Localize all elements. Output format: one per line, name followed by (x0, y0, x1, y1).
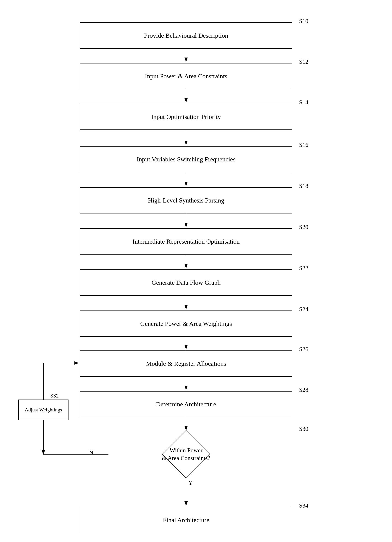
step-s24-label: Generate Power & Area Weightings (140, 320, 232, 327)
step-s28-id: S28 (299, 386, 308, 393)
step-s24: Generate Power & Area Weightings (80, 310, 292, 337)
step-s10: Provide Behavioural Description (80, 22, 292, 49)
step-s12: Input Power & Area Constraints (80, 63, 292, 89)
y-label: Y (188, 479, 193, 486)
step-s20-label: Intermediate Representation Optimisation (132, 238, 240, 245)
step-s14-id: S14 (299, 99, 308, 106)
step-s18-label: High-Level Synthesis Parsing (148, 197, 224, 204)
step-s12-id: S12 (299, 59, 308, 65)
step-s20-id: S20 (299, 224, 308, 231)
step-s22-label: Generate Data Flow Graph (152, 279, 221, 286)
diamond-s30: Within Power& Area Constraints? (109, 430, 264, 478)
step-s26: Module & Register Allocations (80, 350, 292, 377)
flowchart: Provide Behavioural Description S10 Inpu… (0, 0, 392, 542)
step-s18: High-Level Synthesis Parsing (80, 187, 292, 213)
step-s32-id: S32 (50, 393, 59, 399)
step-s26-label: Module & Register Allocations (146, 360, 226, 367)
step-s12-label: Input Power & Area Constraints (145, 73, 227, 80)
step-s10-id: S10 (299, 18, 308, 25)
diamond-s30-label: Within Power& Area Constraints? (152, 447, 220, 462)
step-s16-label: Input Variables Switching Frequencies (137, 156, 236, 163)
step-s34-label: Final Architecture (163, 516, 209, 524)
step-s18-id: S18 (299, 183, 308, 190)
step-s34: Final Architecture (80, 507, 292, 533)
step-s30-id: S30 (299, 426, 308, 432)
step-s20: Intermediate Representation Optimisation (80, 228, 292, 255)
step-s32: Adjust Weightings (18, 400, 69, 420)
step-s26-id: S26 (299, 346, 308, 353)
step-s32-label: Adjust Weightings (25, 407, 62, 413)
step-s16-id: S16 (299, 141, 308, 148)
step-s24-id: S24 (299, 306, 308, 313)
step-s34-id: S34 (299, 502, 308, 509)
step-s10-label: Provide Behavioural Description (144, 32, 228, 39)
n-label: N (89, 449, 93, 456)
step-s28: Determine Architecture (80, 391, 292, 417)
step-s28-label: Determine Architecture (156, 401, 216, 408)
step-s14: Input Optimisation Priority (80, 104, 292, 130)
step-s14-label: Input Optimisation Priority (151, 113, 221, 120)
step-s22-id: S22 (299, 265, 308, 272)
step-s22: Generate Data Flow Graph (80, 269, 292, 296)
step-s16: Input Variables Switching Frequencies (80, 146, 292, 172)
